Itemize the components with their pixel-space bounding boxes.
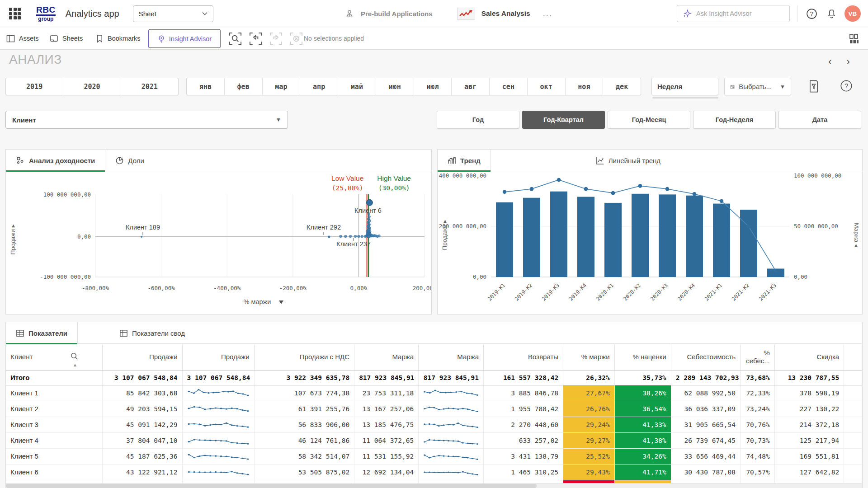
cell-extra[interactable]	[844, 370, 862, 385]
cell-sales[interactable]: 49 203 594,15	[103, 401, 182, 417]
cell-returns[interactable]: 3 885 846,78	[484, 385, 563, 401]
cell-sales_trend[interactable]	[182, 417, 254, 432]
cell-discount[interactable]: 127 642,82	[774, 464, 844, 480]
column-header-sales_vat[interactable]: Продажи с НДС	[254, 344, 354, 370]
more-options-button[interactable]: ...	[543, 9, 552, 19]
cell-sales[interactable]: 45 187 625,36	[103, 448, 182, 464]
cell-margin_trend-total[interactable]: 817 923 845,91	[419, 370, 484, 385]
column-header-returns[interactable]: Возвраты	[484, 344, 563, 370]
selections-tool-icon[interactable]	[807, 80, 820, 93]
search-icon[interactable]	[70, 352, 79, 361]
column-header-cost[interactable]: Себестоимость	[671, 344, 740, 370]
cell-sales_vat[interactable]: 53 505 875,02	[254, 464, 354, 480]
column-header-extra[interactable]	[844, 344, 862, 370]
cell-returns[interactable]: 1 465 310,25	[484, 464, 563, 480]
cell-cost[interactable]: 31 905 665,54	[671, 417, 740, 432]
cell-margin_pct[interactable]: 27,67%	[563, 385, 615, 401]
ask-insight-advisor-input[interactable]: Ask Insight Advisor	[677, 5, 790, 22]
cell-extra[interactable]	[844, 448, 862, 464]
insight-advisor-button[interactable]: Insight Advisor	[148, 29, 221, 48]
cell-markup_pct[interactable]: 41,38%	[614, 432, 671, 448]
cell-client[interactable]: Клиент 4	[6, 432, 103, 448]
cell-markup_pct[interactable]: 36,54%	[614, 401, 671, 417]
cell-markup_pct[interactable]: 41,33%	[614, 417, 671, 432]
cell-markup_pct[interactable]: 41,71%	[614, 464, 671, 480]
cell-cost[interactable]: 62 088 992,50	[671, 385, 740, 401]
column-header-sales[interactable]: Продажи	[103, 344, 182, 370]
month-filter-апр[interactable]: апр	[300, 78, 338, 95]
cell-margin[interactable]: 13 167 257,06	[354, 401, 419, 417]
month-filter-дек[interactable]: дек	[603, 78, 641, 95]
column-header-client[interactable]: Клиент▲	[6, 344, 103, 370]
month-filter-окт[interactable]: окт	[528, 78, 566, 95]
cell-margin[interactable]: 13 185 476,75	[354, 417, 419, 432]
cell-extra[interactable]	[844, 417, 862, 432]
year-filter-2019[interactable]: 2019	[6, 78, 63, 95]
bookmarks-button[interactable]: Bookmarks	[96, 28, 141, 49]
cell-cost[interactable]: 30 430 787,08	[671, 464, 740, 480]
profitability-scatter-chart[interactable]: -800,00%-600,00%-400,00%-200,00%0,00%200…	[6, 172, 431, 314]
cell-client[interactable]: Клиент 1	[6, 385, 103, 401]
month-filter-сен[interactable]: сен	[490, 78, 528, 95]
month-filter-янв[interactable]: янв	[187, 78, 225, 95]
cell-returns[interactable]: 1 955 788,42	[484, 401, 563, 417]
cell-margin_pct[interactable]: 26,32%	[563, 370, 615, 385]
column-header-margin_pct[interactable]: % маржи	[563, 344, 615, 370]
column-header-sales_trend[interactable]: Продажи	[182, 344, 254, 370]
cell-margin_pct[interactable]: 26,76%	[563, 401, 615, 417]
cell-discount[interactable]: 227 130,22	[774, 401, 844, 417]
tab-indicators[interactable]: Показатели	[6, 322, 78, 344]
assets-button[interactable]: Assets	[6, 28, 39, 49]
selections-back-button[interactable]	[249, 32, 263, 46]
month-filter-май[interactable]: май	[338, 78, 376, 95]
column-header-margin[interactable]: Маржа	[354, 344, 419, 370]
cell-margin[interactable]: 12 692 134,04	[354, 464, 419, 480]
cell-margin_trend[interactable]	[419, 464, 484, 480]
month-filter-ноя[interactable]: ноя	[566, 78, 604, 95]
tab-trend[interactable]: Тренд	[438, 150, 491, 171]
cell-sales[interactable]: 85 842 303,68	[103, 385, 182, 401]
column-header-margin_trend[interactable]: Маржа	[419, 344, 484, 370]
cell-cost_pct[interactable]: 73,68%	[741, 370, 775, 385]
cell-sales[interactable]: 37 804 047,10	[103, 432, 182, 448]
cell-extra[interactable]	[844, 432, 862, 448]
cell-client[interactable]: Клиент 3	[6, 417, 103, 432]
column-header-markup_pct[interactable]: % наценки	[614, 344, 671, 370]
user-avatar[interactable]: VB	[844, 5, 861, 22]
calendar-select-dropdown[interactable]: Выбрать...▼	[724, 78, 791, 95]
cell-extra[interactable]	[844, 401, 862, 417]
cell-sales_vat[interactable]: 107 673 774,38	[254, 385, 354, 401]
cell-cost_pct[interactable]: 70,76%	[741, 417, 775, 432]
cell-margin_pct[interactable]: 29,27%	[563, 432, 615, 448]
cell-margin_pct[interactable]: 25,52%	[563, 448, 615, 464]
year-filter-2021[interactable]: 2021	[121, 78, 178, 95]
client-dimension-dropdown[interactable]: Клиент▼	[5, 111, 288, 129]
cell-margin[interactable]: 11 064 372,65	[354, 432, 419, 448]
smart-search-button[interactable]	[228, 32, 242, 46]
cell-cost_pct[interactable]: 70,73%	[741, 432, 775, 448]
breadcrumb-prebuild-applications[interactable]: Pre-build Applications	[361, 10, 433, 18]
grain-button-Дата[interactable]: Дата	[778, 111, 861, 129]
cell-markup_pct[interactable]: 38,26%	[614, 385, 671, 401]
cell-margin[interactable]: 817 923 845,91	[354, 370, 419, 385]
grain-button-Год-Неделя[interactable]: Год-Неделя	[693, 111, 776, 129]
table-horizontal-scrollbar[interactable]	[6, 483, 862, 488]
sheets-button[interactable]: Sheets	[50, 28, 83, 49]
sheet-help-icon[interactable]: ?	[840, 80, 853, 92]
month-filter-июн[interactable]: июн	[376, 78, 414, 95]
cell-cost[interactable]: 36 036 337,09	[671, 401, 740, 417]
tab-shares[interactable]: Доли	[105, 150, 154, 171]
cell-sales[interactable]: 43 122 921,12	[103, 464, 182, 480]
cell-cost_pct[interactable]: 70,57%	[741, 464, 775, 480]
grain-button-Год-Квартал[interactable]: Год-Квартал	[522, 111, 605, 129]
month-filter-фев[interactable]: фев	[225, 78, 263, 95]
cell-cost[interactable]: 2 289 143 702,93	[671, 370, 740, 385]
tab-linear-trend[interactable]: Линейный тренд	[586, 150, 670, 171]
cell-returns[interactable]: 2 270 448,60	[484, 417, 563, 432]
cell-margin_trend[interactable]	[419, 432, 484, 448]
cell-client[interactable]: Клиент 2	[6, 401, 103, 417]
cell-cost[interactable]: 26 739 674,45	[671, 432, 740, 448]
cell-client[interactable]: Клиент 6	[6, 464, 103, 480]
current-app-name[interactable]: Sales Analysis	[481, 9, 530, 18]
column-header-discount[interactable]: Скидка	[774, 344, 844, 370]
